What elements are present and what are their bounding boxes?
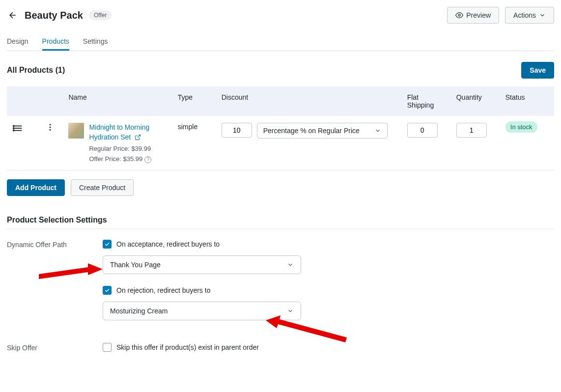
dynamic-offer-path-row: Dynamic Offer Path On acceptance, redire… xyxy=(7,240,554,332)
svg-point-4 xyxy=(13,125,14,126)
skip-offer-row: Skip Offer Skip this offer if product(s)… xyxy=(7,343,554,359)
discount-type-select[interactable]: Percentage % on Regular Price xyxy=(257,123,388,139)
eye-icon xyxy=(455,11,463,19)
discount-value-input[interactable] xyxy=(222,123,252,138)
quantity-input[interactable] xyxy=(456,123,487,138)
rejection-checkbox[interactable] xyxy=(103,286,112,295)
acceptance-redirect-select[interactable]: Thank You Page xyxy=(103,255,301,274)
svg-point-5 xyxy=(13,128,14,129)
actions-label: Actions xyxy=(513,11,536,19)
save-button[interactable]: Save xyxy=(521,62,554,79)
regular-price: Regular Price: $39.99 xyxy=(89,145,166,152)
back-arrow-icon[interactable] xyxy=(7,9,19,21)
preview-label: Preview xyxy=(466,11,491,19)
offer-badge: Offer xyxy=(89,10,112,20)
status-badge: In stock xyxy=(505,121,537,133)
col-discount: Discount xyxy=(216,86,401,116)
svg-point-0 xyxy=(458,14,460,16)
skip-offer-text: Skip this offer if product(s) exist in p… xyxy=(116,343,259,351)
tab-settings[interactable]: Settings xyxy=(83,33,108,51)
page-header: Beauty Pack Offer Preview Actions xyxy=(7,7,554,24)
offer-price: Offer Price: $35.99? xyxy=(89,155,166,163)
rejection-redirect-value: Mosturizing Cream xyxy=(110,307,168,315)
product-thumbnail xyxy=(68,123,84,139)
chevron-down-icon xyxy=(374,127,381,134)
create-product-button[interactable]: Create Product xyxy=(71,179,134,196)
skip-offer-label: Skip Offer xyxy=(7,343,103,359)
svg-point-7 xyxy=(49,124,51,125)
skip-offer-checkbox[interactable] xyxy=(103,343,112,352)
header-right: Preview Actions xyxy=(447,7,554,24)
tab-design[interactable]: Design xyxy=(7,33,28,51)
col-qty: Quantity xyxy=(450,86,500,116)
acceptance-checkbox[interactable] xyxy=(103,240,112,249)
col-flat: Flat Shipping xyxy=(401,86,450,116)
acceptance-redirect-value: Thank You Page xyxy=(110,261,161,269)
svg-point-8 xyxy=(49,127,51,128)
product-actions: Add Product Create Product xyxy=(7,179,554,196)
products-title: All Products (1) xyxy=(7,66,65,75)
add-product-button[interactable]: Add Product xyxy=(7,179,65,196)
svg-point-9 xyxy=(49,129,51,131)
chevron-down-icon xyxy=(287,308,294,314)
selection-settings: Product Selection Settings Dynamic Offer… xyxy=(7,216,554,359)
chevron-down-icon xyxy=(539,12,546,19)
external-link-icon xyxy=(135,134,141,140)
products-table: Name Type Discount Flat Shipping Quantit… xyxy=(7,86,554,170)
products-header-row: All Products (1) Save xyxy=(7,62,554,79)
help-icon[interactable]: ? xyxy=(144,156,151,163)
actions-button[interactable]: Actions xyxy=(505,7,554,24)
tab-products[interactable]: Products xyxy=(42,33,69,51)
drag-handle-icon[interactable] xyxy=(13,127,24,135)
col-status: Status xyxy=(500,86,554,116)
product-type: simple xyxy=(172,116,216,170)
svg-point-6 xyxy=(13,130,14,131)
page-title: Beauty Pack xyxy=(25,10,83,21)
flat-shipping-input[interactable] xyxy=(407,123,438,138)
discount-type-value: Percentage % on Regular Price xyxy=(263,127,360,135)
chevron-down-icon xyxy=(287,261,294,268)
product-link[interactable]: Midnight to Morning Hydration Set xyxy=(89,123,149,141)
table-row: Midnight to Morning Hydration Set Regula… xyxy=(7,116,554,170)
col-type: Type xyxy=(172,86,216,116)
header-left: Beauty Pack Offer xyxy=(7,9,112,21)
acceptance-label: On acceptance, redirect buyers to xyxy=(116,240,220,248)
dynamic-offer-label: Dynamic Offer Path xyxy=(7,240,103,332)
rejection-label: On rejection, redirect buyers to xyxy=(116,286,210,294)
selection-settings-title: Product Selection Settings xyxy=(7,216,554,229)
tabs: Design Products Settings xyxy=(7,33,554,51)
col-name: Name xyxy=(62,86,171,116)
more-icon[interactable] xyxy=(46,125,55,133)
preview-button[interactable]: Preview xyxy=(447,7,499,24)
rejection-redirect-select[interactable]: Mosturizing Cream xyxy=(103,302,301,320)
